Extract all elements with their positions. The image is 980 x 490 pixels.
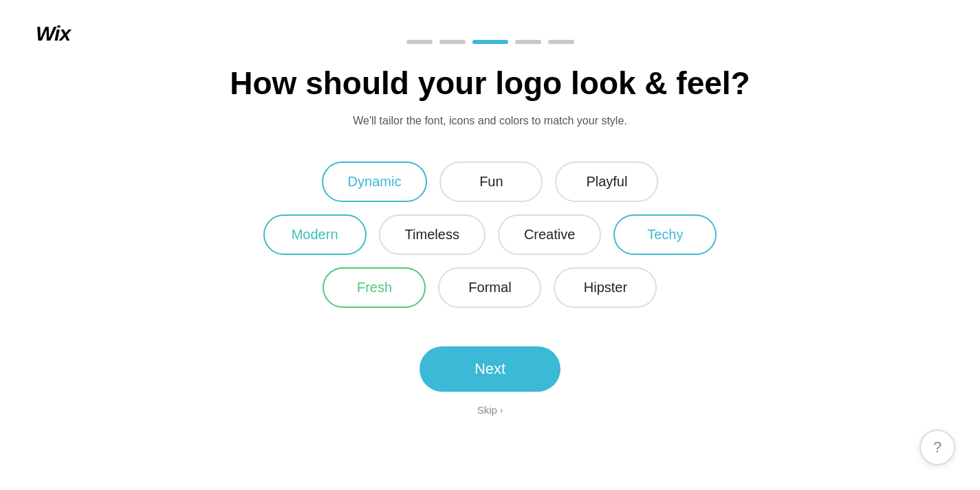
logo-text: Wix (36, 22, 70, 45)
main-content: How should your logo look & feel? We'll … (0, 65, 980, 416)
option-playful[interactable]: Playful (555, 162, 658, 202)
style-options: Dynamic Fun Playful Modern Timeless Crea… (263, 162, 717, 308)
progress-dot-1 (406, 40, 433, 44)
help-button[interactable]: ? (919, 430, 955, 465)
option-hipster[interactable]: Hipster (554, 267, 657, 308)
option-creative[interactable]: Creative (498, 214, 601, 255)
progress-bar (0, 40, 980, 44)
page-title: How should your logo look & feel? (230, 65, 750, 102)
option-formal[interactable]: Formal (438, 267, 541, 308)
option-timeless[interactable]: Timeless (379, 214, 486, 255)
options-row-1: Dynamic Fun Playful (322, 162, 659, 202)
progress-dot-2 (439, 40, 466, 44)
skip-label: Skip (477, 404, 497, 416)
wix-logo: Wix (36, 22, 70, 45)
option-modern[interactable]: Modern (263, 214, 367, 255)
page-subtitle: We'll tailor the font, icons and colors … (353, 115, 627, 127)
option-dynamic[interactable]: Dynamic (322, 162, 428, 202)
progress-dot-5 (548, 40, 574, 44)
options-row-2: Modern Timeless Creative Techy (263, 214, 717, 255)
progress-dot-4 (515, 40, 541, 44)
option-fresh[interactable]: Fresh (323, 267, 426, 308)
option-techy[interactable]: Techy (613, 214, 717, 255)
options-row-3: Fresh Formal Hipster (323, 267, 657, 308)
skip-link[interactable]: Skip › (477, 404, 503, 416)
chevron-right-icon: › (500, 405, 503, 415)
progress-dot-3 (472, 40, 508, 44)
option-fun[interactable]: Fun (439, 162, 543, 202)
next-button[interactable]: Next (420, 346, 560, 392)
